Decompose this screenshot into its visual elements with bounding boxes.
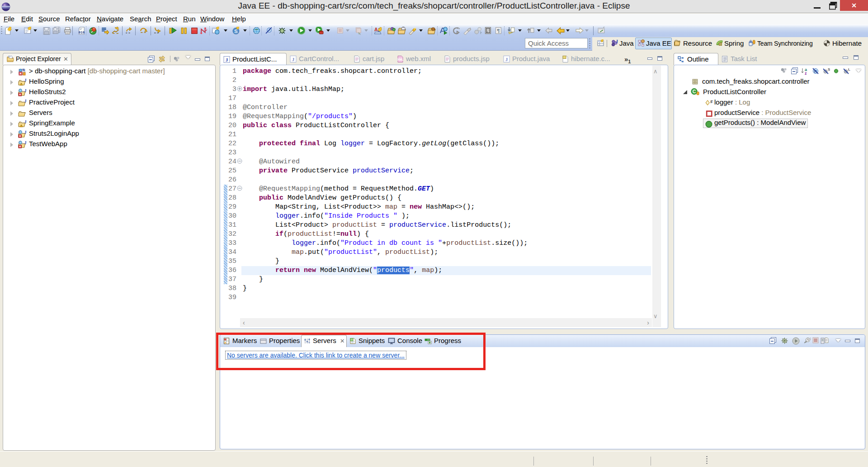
svg-text:J: J bbox=[226, 57, 228, 62]
svg-text:J: J bbox=[292, 57, 295, 62]
svg-text:C: C bbox=[693, 89, 696, 94]
svg-text:S: S bbox=[828, 67, 830, 71]
svg-text:S: S bbox=[22, 68, 25, 72]
svg-text:z: z bbox=[805, 71, 807, 75]
svg-text:XML: XML bbox=[397, 58, 404, 61]
svg-text:J: J bbox=[616, 39, 618, 44]
svg-text:✕: ✕ bbox=[19, 72, 22, 75]
svg-text:F: F bbox=[710, 100, 713, 104]
svg-text:J: J bbox=[505, 57, 508, 62]
svg-text:L: L bbox=[848, 67, 850, 71]
